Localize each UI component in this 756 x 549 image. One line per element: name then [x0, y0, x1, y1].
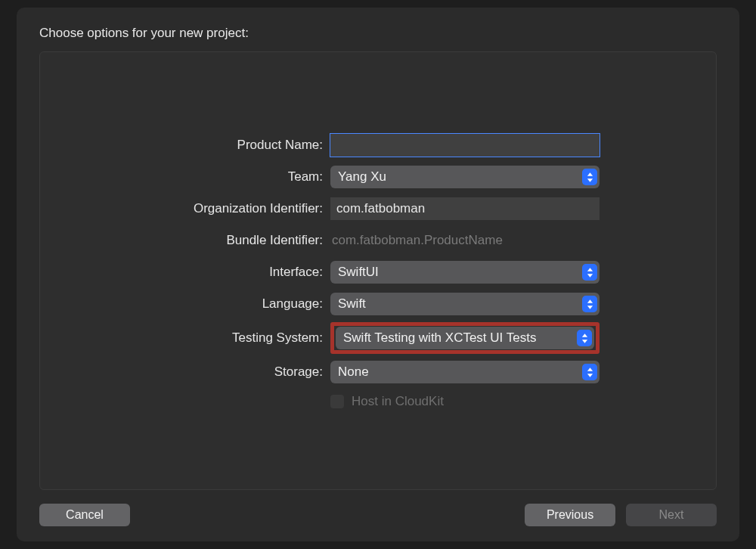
interface-popup[interactable]: SwiftUI [330, 261, 600, 284]
language-popup[interactable]: Swift [330, 293, 600, 315]
options-form: Product Name: Team: Yang Xu [40, 134, 716, 409]
popup-indicator-icon [582, 169, 597, 185]
row-team: Team: Yang Xu [40, 166, 716, 188]
team-popup-value: Yang Xu [338, 169, 386, 185]
popup-indicator-icon [582, 264, 597, 281]
org-identifier-input[interactable] [330, 197, 600, 220]
label-testing-system: Testing System: [40, 330, 323, 346]
interface-popup-value: SwiftUI [338, 265, 379, 280]
label-product-name: Product Name: [40, 138, 323, 153]
popup-indicator-icon [577, 330, 592, 346]
row-bundle-identifier: Bundle Identifier: com.fatbobman.Product… [40, 229, 716, 252]
label-interface: Interface: [40, 265, 323, 280]
label-team: Team: [40, 169, 323, 185]
label-storage: Storage: [40, 364, 323, 380]
label-org-identifier: Organization Identifier: [40, 201, 323, 216]
storage-popup-value: None [338, 364, 369, 380]
row-cloudkit: Host in CloudKit [40, 394, 716, 409]
testing-system-popup-value: Swift Testing with XCTest UI Tests [343, 330, 536, 346]
row-interface: Interface: SwiftUI [40, 261, 716, 284]
previous-button[interactable]: Previous [525, 504, 615, 526]
bundle-identifier-value: com.fatbobman.ProductName [330, 229, 600, 252]
next-button: Next [626, 504, 717, 526]
cancel-button[interactable]: Cancel [39, 504, 130, 526]
language-popup-value: Swift [338, 296, 366, 312]
row-testing-system: Testing System: Swift Testing with XCTes… [40, 324, 716, 352]
testing-system-popup[interactable]: Swift Testing with XCTest UI Tests [336, 327, 594, 349]
storage-popup[interactable]: None [330, 361, 600, 383]
label-cloudkit: Host in CloudKit [352, 394, 444, 409]
sheet-title: Choose options for your new project: [17, 8, 739, 51]
product-name-input[interactable] [330, 134, 600, 157]
row-storage: Storage: None [40, 361, 716, 383]
popup-indicator-icon [582, 364, 597, 380]
row-product-name: Product Name: [40, 134, 716, 157]
footer-bar: Cancel Previous Next [17, 490, 739, 541]
form-container: Product Name: Team: Yang Xu [39, 51, 717, 490]
cloudkit-checkbox [330, 395, 344, 408]
new-project-sheet: Choose options for your new project: Pro… [17, 8, 739, 541]
label-language: Language: [40, 296, 323, 312]
label-bundle-identifier: Bundle Identifier: [40, 233, 323, 248]
team-popup[interactable]: Yang Xu [330, 166, 600, 188]
row-org-identifier: Organization Identifier: [40, 197, 716, 220]
row-language: Language: Swift [40, 293, 716, 315]
popup-indicator-icon [582, 296, 597, 312]
